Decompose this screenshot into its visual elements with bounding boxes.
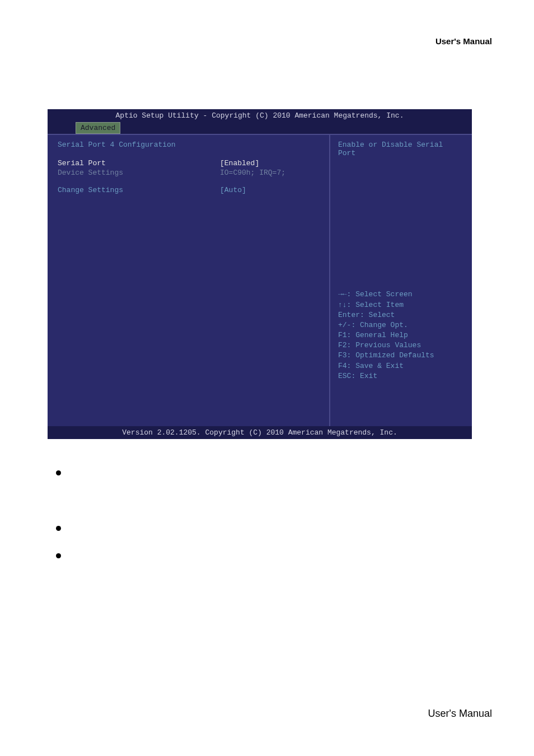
help-description: Enable or Disable Serial Port — [338, 141, 464, 157]
bios-footer: Version 2.02.1205. Copyright (C) 2010 Am… — [48, 426, 472, 439]
label-device-settings: Device Settings — [58, 169, 220, 177]
bios-tabs: Advanced — [48, 122, 472, 134]
page-footer: User's Manual — [428, 708, 492, 720]
help-key-row: ESC: Exit — [338, 371, 434, 381]
help-key-row: F4: Save & Exit — [338, 361, 434, 371]
value-device-settings: IO=C90h; IRQ=7; — [220, 169, 285, 177]
help-key-row: F2: Previous Values — [338, 340, 434, 351]
label-serial-port: Serial Port — [58, 159, 220, 167]
bios-right-pane: Enable or Disable Serial Port →←: Select… — [330, 135, 472, 426]
bios-left-pane: Serial Port 4 Configuration Serial Port … — [48, 135, 330, 426]
bullet-list — [56, 470, 61, 609]
help-keys: →←: Select Screen ↑↓: Select Item Enter:… — [338, 290, 434, 381]
bullet-icon — [56, 470, 61, 475]
bullet-icon — [56, 553, 61, 558]
page-header: User's Manual — [435, 36, 492, 46]
bullet-icon — [56, 526, 61, 531]
row-change-settings[interactable]: Change Settings [Auto] — [58, 186, 319, 194]
section-title: Serial Port 4 Configuration — [58, 141, 319, 149]
bios-body: Serial Port 4 Configuration Serial Port … — [48, 134, 472, 426]
help-key-row: F3: Optimized Defaults — [338, 351, 434, 361]
tab-advanced[interactable]: Advanced — [76, 122, 120, 134]
row-device-settings: Device Settings IO=C90h; IRQ=7; — [58, 169, 319, 177]
help-key-row: F1: General Help — [338, 330, 434, 340]
value-change-settings[interactable]: [Auto] — [220, 186, 246, 194]
help-key-row: →←: Select Screen — [338, 290, 434, 300]
bios-screen: Aptio Setup Utility - Copyright (C) 2010… — [48, 109, 472, 430]
help-key-row: ↑↓: Select Item — [338, 300, 434, 310]
value-serial-port[interactable]: [Enabled] — [220, 159, 259, 167]
label-change-settings: Change Settings — [58, 186, 220, 194]
bios-titlebar: Aptio Setup Utility - Copyright (C) 2010… — [48, 109, 472, 122]
help-key-row: Enter: Select — [338, 310, 434, 320]
row-serial-port[interactable]: Serial Port [Enabled] — [58, 159, 319, 167]
help-key-row: +/-: Change Opt. — [338, 320, 434, 330]
